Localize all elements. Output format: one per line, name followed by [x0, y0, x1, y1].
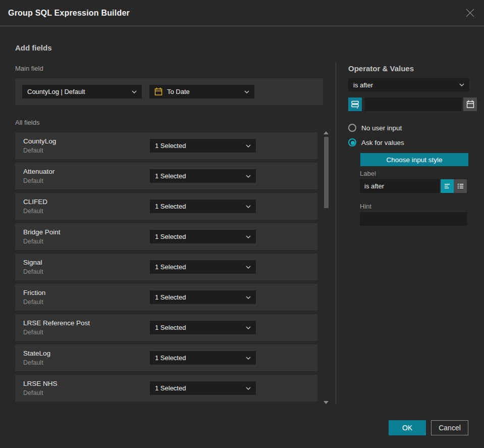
- hint-input[interactable]: [360, 212, 467, 226]
- field-name: Bridge Point: [23, 228, 150, 236]
- field-selected-dropdown[interactable]: 1 Selected: [150, 200, 256, 213]
- scrollbar-thumb[interactable]: [324, 137, 329, 208]
- field-selected-value: 1 Selected: [155, 354, 242, 362]
- field-selected-dropdown[interactable]: 1 Selected: [150, 230, 256, 243]
- field-list-row: LRSE NHS Default 1 Selected: [15, 375, 317, 402]
- value-input-row: [348, 97, 469, 111]
- main-field-label: Main field: [15, 65, 43, 72]
- field-selected-dropdown[interactable]: 1 Selected: [150, 321, 256, 334]
- field-layer-sub: Default: [23, 389, 150, 396]
- field-list-row: CLIFED Default 1 Selected: [15, 193, 317, 220]
- add-fields-heading: Add fields: [15, 43, 52, 52]
- chevron-down-icon: [246, 144, 251, 147]
- field-selected-value: 1 Selected: [155, 233, 242, 240]
- radio-ask-for-values-label: Ask for values: [361, 139, 404, 146]
- field-layer-sub: Default: [23, 329, 150, 336]
- field-list-row: Friction Default 1 Selected: [15, 284, 317, 311]
- field-name: CLIFED: [23, 198, 150, 206]
- field-selected-value: 1 Selected: [155, 172, 242, 180]
- field-selected-value: 1 Selected: [155, 324, 242, 331]
- chevron-down-icon: [246, 357, 251, 360]
- list-toggle-button[interactable]: [454, 179, 467, 193]
- radio-no-user-input-label: No user input: [361, 124, 402, 132]
- field-selected-value: 1 Selected: [155, 142, 242, 150]
- field-selected-value: 1 Selected: [155, 263, 242, 271]
- scrollbar-down-arrow-icon[interactable]: [324, 401, 329, 404]
- hint-field-label: Hint: [360, 203, 371, 210]
- field-list-row: LRSE Reference Post Default 1 Selected: [15, 314, 317, 341]
- field-name: StateLog: [23, 350, 150, 357]
- field-selected-dropdown[interactable]: 1 Selected: [150, 290, 256, 304]
- field-layer-sub: Default: [23, 147, 150, 154]
- dialog-title: Group SQL Expression Builder: [8, 9, 130, 18]
- field-list-row: CountyLog Default 1 Selected: [15, 132, 317, 159]
- chevron-down-icon: [246, 387, 251, 390]
- value-input[interactable]: [365, 97, 462, 111]
- field-layer-sub: Default: [23, 359, 150, 366]
- operator-values-heading: Operator & Values: [348, 64, 414, 73]
- field-name: Attenuator: [23, 168, 150, 175]
- radio-unchecked-icon: [348, 124, 356, 132]
- field-selected-value: 1 Selected: [155, 384, 242, 392]
- chevron-down-icon: [246, 266, 251, 269]
- choose-input-style-button[interactable]: Choose input style: [360, 153, 468, 166]
- unique-values-button[interactable]: [348, 97, 362, 111]
- field-layer-sub: Default: [23, 177, 150, 184]
- chevron-down-icon: [246, 205, 251, 208]
- ok-button[interactable]: OK: [389, 420, 426, 435]
- all-fields-label: All fields: [15, 119, 39, 126]
- chevron-down-icon: [246, 296, 251, 299]
- radio-checked-icon: [348, 138, 356, 146]
- field-name: LRSE Reference Post: [23, 319, 150, 327]
- date-picker-button[interactable]: [463, 97, 477, 111]
- field-list-row: StateLog Default 1 Selected: [15, 344, 317, 371]
- group-sql-expression-builder-dialog: Group SQL Expression Builder Add fields …: [0, 0, 484, 448]
- field-list-row: Bridge Point Default 1 Selected: [15, 223, 317, 250]
- label-field-label: Label: [360, 170, 376, 177]
- chevron-down-icon: [246, 235, 251, 238]
- field-list-row: Attenuator Default 1 Selected: [15, 163, 317, 189]
- field-layer-sub: Default: [23, 208, 150, 215]
- operator-dropdown[interactable]: is after: [348, 78, 469, 91]
- chevron-down-icon: [244, 90, 249, 93]
- chevron-down-icon: [246, 326, 251, 329]
- chevron-down-icon: [246, 175, 251, 178]
- scrollbar-up-arrow-icon[interactable]: [324, 131, 329, 134]
- field-name: LRSE NHS: [23, 380, 150, 387]
- main-field-dropdown-value: CountyLog | Default: [27, 88, 128, 95]
- label-input-row: [360, 179, 467, 193]
- field-name: CountyLog: [23, 137, 150, 145]
- field-selected-dropdown[interactable]: 1 Selected: [150, 139, 256, 153]
- radio-ask-for-values[interactable]: Ask for values: [348, 138, 404, 146]
- radio-no-user-input[interactable]: No user input: [348, 124, 402, 132]
- dialog-header: Group SQL Expression Builder: [0, 0, 484, 26]
- field-selected-value: 1 Selected: [155, 203, 242, 210]
- field-layer-sub: Default: [23, 268, 150, 275]
- input-style-toggle-group: [441, 179, 467, 193]
- close-icon[interactable]: [465, 8, 475, 18]
- field-name: Signal: [23, 259, 150, 266]
- field-layer-sub: Default: [23, 298, 150, 306]
- field-selected-dropdown[interactable]: 1 Selected: [150, 351, 256, 365]
- field-selected-dropdown[interactable]: 1 Selected: [150, 381, 256, 395]
- all-fields-list: CountyLog Default 1 Selected Attenuator …: [15, 132, 317, 405]
- date-field-dropdown-value: To Date: [167, 88, 240, 95]
- chevron-down-icon: [132, 90, 137, 93]
- field-list-row: Signal Default 1 Selected: [15, 254, 317, 280]
- date-field-dropdown[interactable]: To Date: [149, 85, 254, 98]
- chevron-down-icon: [459, 83, 464, 86]
- fields-list-scrollbar[interactable]: [321, 129, 331, 405]
- field-name: Friction: [23, 289, 150, 296]
- align-left-toggle-button[interactable]: [441, 179, 454, 193]
- panel-divider: [336, 63, 336, 404]
- calendar-icon: [154, 87, 163, 96]
- field-selected-value: 1 Selected: [155, 293, 242, 301]
- field-layer-sub: Default: [23, 238, 150, 245]
- operator-dropdown-value: is after: [353, 81, 455, 89]
- cancel-button[interactable]: Cancel: [431, 420, 468, 435]
- main-field-row: CountyLog | Default To Date: [15, 78, 323, 105]
- field-selected-dropdown[interactable]: 1 Selected: [150, 260, 256, 274]
- field-selected-dropdown[interactable]: 1 Selected: [150, 169, 256, 183]
- label-input[interactable]: [360, 179, 440, 193]
- main-field-dropdown[interactable]: CountyLog | Default: [22, 85, 142, 98]
